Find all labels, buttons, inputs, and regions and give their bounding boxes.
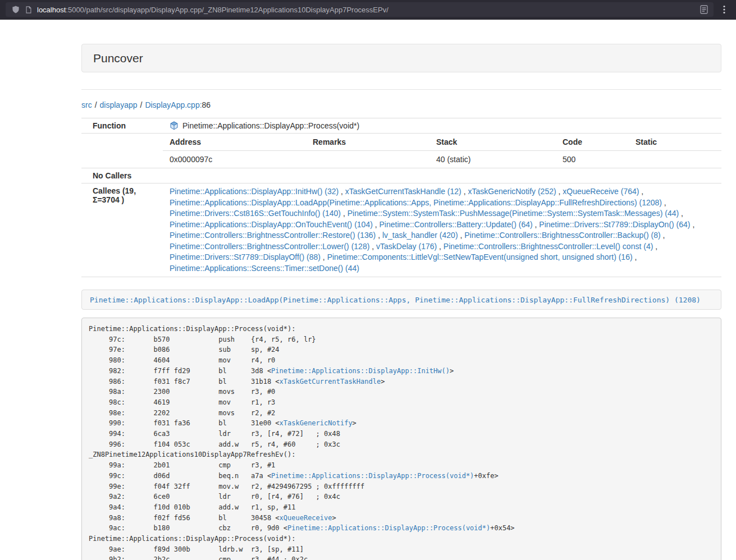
callee-link[interactable]: Pinetime::Applications::Screens::Timer::… [170,264,359,273]
callee-link[interactable]: Pinetime::Controllers::BrightnessControl… [170,242,369,251]
callee-link[interactable]: Pinetime::Controllers::Battery::Update()… [380,220,533,229]
callee-link[interactable]: xTaskGetCurrentTaskHandle (12) [345,187,461,196]
callee-link[interactable]: Pinetime::Components::LittleVgl::SetNewT… [327,253,633,261]
column-header-address: Address [163,134,306,151]
callee-link[interactable]: Pinetime::Drivers::Cst816S::GetTouchInfo… [170,209,341,218]
callees-list: Pinetime::Applications::DisplayApp::Init… [163,183,721,277]
function-row: Function Pinetime::Applications::Display… [81,118,721,134]
callee-link[interactable]: vTaskDelay (176) [376,242,437,251]
callee-link[interactable]: Pinetime::Controllers::BrightnessControl… [170,231,376,240]
tracking-shield-icon[interactable] [11,5,20,14]
address-value: 0x0000097c [163,151,306,168]
code-symbol-link[interactable]: Pinetime::Applications::DisplayApp::Proc… [287,524,490,532]
code-symbol-link[interactable]: Pinetime::Applications::DisplayApp::Proc… [271,472,474,480]
callee-link[interactable]: Pinetime::Controllers::BrightnessControl… [464,231,660,240]
main-content: Puncover src/displayapp/DisplayApp.cpp:8… [81,44,721,560]
column-header-stack: Stack [429,134,556,151]
callee-link[interactable]: Pinetime::System::SystemTask::PushMessag… [348,209,679,218]
callee-link[interactable]: Pinetime::Applications::DisplayApp::Init… [170,187,339,196]
symbol-highlight-panel: Pinetime::Applications::DisplayApp::Load… [81,290,721,310]
page-info-icon[interactable] [25,6,33,14]
column-header-remarks: Remarks [306,134,429,151]
url-path: :5000/path/src/displayapp/DisplayApp.cpp… [66,6,388,14]
remarks-value [306,151,429,168]
callee-link[interactable]: Pinetime::Drivers::St7789::DisplayOn() (… [539,220,690,229]
column-header-static: Static [629,134,721,151]
breadcrumb-line-number: 86 [202,100,211,109]
code-symbol-link[interactable]: xTaskGetCurrentTaskHandle [280,378,381,385]
static-value [629,151,721,168]
stack-value: 40 (static) [429,151,556,168]
divider [81,89,721,90]
callee-link[interactable]: Pinetime::Applications::DisplayApp::OnTo… [170,220,373,229]
code-symbol-link[interactable]: xTaskGenericNotify [280,419,353,427]
callees-row: Callees (19, Σ=3704 ) Pinetime::Applicat… [81,183,721,277]
column-header-code: Code [556,134,629,151]
breadcrumb-link-src[interactable]: src [81,100,92,109]
page-title: Puncover [93,52,143,65]
function-table: Function Pinetime::Applications::Display… [81,118,721,277]
menu-kebab-icon[interactable] [718,2,730,17]
highlight-symbol-link[interactable]: Pinetime::Applications::DisplayApp::Load… [90,296,701,304]
callee-link[interactable]: xTaskGenericNotify (252) [468,187,556,196]
no-callers-row: No Callers [81,168,721,183]
url-bar[interactable]: localhost:5000/path/src/displayapp/Displ… [6,2,714,17]
code-size-value: 500 [556,151,629,168]
metrics-table: Address Remarks Stack Code Static 0x0000… [163,134,721,168]
browser-chrome: localhost:5000/path/src/displayapp/Displ… [0,0,736,20]
app-title-panel: Puncover [81,44,721,72]
function-row-label: Function [81,118,163,134]
function-icon [170,121,179,130]
breadcrumb: src/displayapp/DisplayApp.cpp:86 [81,99,721,111]
url-host: localhost [37,6,66,14]
breadcrumb-link-displayapp[interactable]: displayapp [100,100,138,109]
code-symbol-link[interactable]: Pinetime::Applications::DisplayApp::Init… [271,367,450,375]
callee-link[interactable]: Pinetime::Applications::DisplayApp::Load… [170,198,662,207]
code-symbol-link[interactable]: xQueueReceive [280,514,332,522]
callee-link[interactable]: Pinetime::Controllers::BrightnessControl… [444,242,653,251]
url-text: localhost:5000/path/src/displayapp/Displ… [37,6,696,14]
no-callers-label: No Callers [81,168,163,183]
callees-label: Callees (19, Σ=3704 ) [81,183,163,277]
callee-link[interactable]: lv_task_handler (420) [382,231,458,240]
function-name: Pinetime::Applications::DisplayApp::Proc… [182,121,359,130]
breadcrumb-separator: / [95,100,97,109]
callee-link[interactable]: Pinetime::Drivers::St7789::DisplayOff() … [170,253,321,261]
reader-mode-icon[interactable] [700,5,708,14]
breadcrumb-separator: / [140,100,143,109]
breadcrumb-link-file[interactable]: DisplayApp.cpp: [145,100,202,109]
disassembly-pre: Pinetime::Applications::DisplayApp::Proc… [81,318,721,560]
metrics-row: Address Remarks Stack Code Static 0x0000… [81,134,721,168]
callee-link[interactable]: xQueueReceive (764) [563,187,639,196]
